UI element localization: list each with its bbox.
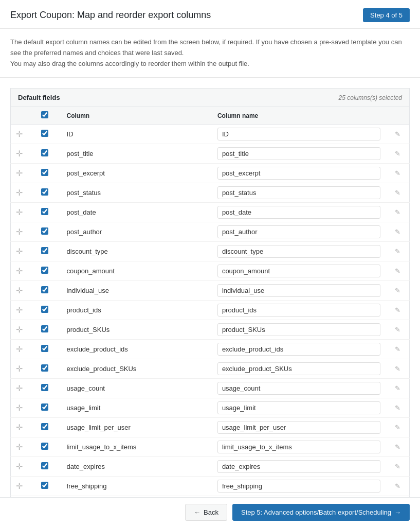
table-header-row: Column Column name bbox=[11, 107, 410, 125]
col-name-input[interactable] bbox=[217, 421, 380, 434]
next-button[interactable]: Step 5: Advanced options/Batch export/Sc… bbox=[232, 504, 410, 521]
row-checkbox[interactable] bbox=[41, 462, 48, 469]
drag-handle-icon[interactable]: ✛ bbox=[16, 325, 23, 334]
row-checkbox[interactable] bbox=[41, 364, 48, 372]
col-name-input[interactable] bbox=[217, 284, 380, 297]
col-name-input[interactable] bbox=[217, 225, 380, 238]
col-name-input[interactable] bbox=[217, 480, 380, 493]
col-name-input[interactable] bbox=[217, 265, 380, 277]
row-checkbox[interactable] bbox=[41, 227, 48, 235]
row-checkbox[interactable] bbox=[41, 325, 48, 332]
row-checkbox[interactable] bbox=[41, 403, 48, 411]
col-name-input[interactable] bbox=[217, 128, 380, 140]
drag-handle-icon[interactable]: ✛ bbox=[16, 286, 23, 295]
row-checkbox[interactable] bbox=[41, 482, 48, 489]
edit-icon[interactable]: ✎ bbox=[395, 169, 400, 177]
col-name-input[interactable] bbox=[217, 186, 380, 199]
drag-handle-icon[interactable]: ✛ bbox=[16, 364, 23, 373]
default-fields-header: Default fields 25 columns(s) selected bbox=[10, 88, 410, 107]
col-edit-cell: ✎ bbox=[386, 437, 409, 457]
col-name-input[interactable] bbox=[217, 343, 380, 356]
col-value-cell bbox=[212, 125, 386, 144]
drag-handle-icon[interactable]: ✛ bbox=[16, 267, 23, 275]
edit-icon[interactable]: ✎ bbox=[395, 150, 400, 157]
row-checkbox[interactable] bbox=[41, 384, 48, 391]
edit-icon[interactable]: ✎ bbox=[395, 404, 400, 412]
col-name-input[interactable] bbox=[217, 323, 380, 336]
table-row: ✛ product_SKUs ✎ bbox=[11, 320, 410, 340]
edit-icon[interactable]: ✎ bbox=[395, 208, 400, 216]
edit-icon[interactable]: ✎ bbox=[395, 248, 400, 255]
drag-handle-icon[interactable]: ✛ bbox=[16, 227, 23, 236]
drag-handle-icon[interactable]: ✛ bbox=[16, 443, 23, 451]
row-checkbox[interactable] bbox=[41, 345, 48, 352]
row-checkbox[interactable] bbox=[41, 130, 48, 137]
table-row: ✛ post_status ✎ bbox=[11, 183, 410, 203]
col-name-cell: post_title bbox=[62, 144, 212, 164]
col-edit-cell: ✎ bbox=[386, 144, 409, 164]
drag-handle-icon[interactable]: ✛ bbox=[16, 345, 23, 354]
col-value-cell bbox=[212, 418, 386, 437]
drag-handle-icon[interactable]: ✛ bbox=[16, 306, 23, 314]
col-name-cell: usage_count bbox=[62, 379, 212, 398]
col-name-input[interactable] bbox=[217, 441, 380, 453]
drag-handle-icon[interactable]: ✛ bbox=[16, 462, 23, 471]
edit-icon[interactable]: ✎ bbox=[395, 482, 400, 490]
col-name-input[interactable] bbox=[217, 167, 380, 180]
col-name-input[interactable] bbox=[217, 304, 380, 317]
edit-icon[interactable]: ✎ bbox=[395, 463, 400, 470]
checkbox-cell bbox=[36, 418, 62, 437]
drag-handle-icon[interactable]: ✛ bbox=[16, 188, 23, 197]
col-name-input[interactable] bbox=[217, 362, 380, 375]
drag-handle-icon[interactable]: ✛ bbox=[16, 247, 23, 256]
col-name-input[interactable] bbox=[217, 147, 380, 160]
col-name-input[interactable] bbox=[217, 382, 380, 395]
row-checkbox[interactable] bbox=[41, 149, 48, 156]
col-value-cell bbox=[212, 164, 386, 183]
drag-handle-icon[interactable]: ✛ bbox=[16, 130, 23, 138]
edit-icon[interactable]: ✎ bbox=[395, 384, 400, 392]
col-value-cell bbox=[212, 183, 386, 203]
col-name-input[interactable] bbox=[217, 206, 380, 219]
back-button[interactable]: ← Back bbox=[185, 504, 227, 521]
col-name-cell: post_status bbox=[62, 183, 212, 203]
col-name-input[interactable] bbox=[217, 245, 380, 258]
drag-handle-icon[interactable]: ✛ bbox=[16, 423, 23, 432]
row-checkbox[interactable] bbox=[41, 267, 48, 274]
row-checkbox[interactable] bbox=[41, 423, 48, 430]
col-name-input[interactable] bbox=[217, 401, 380, 414]
drag-handle-cell: ✛ bbox=[11, 144, 36, 164]
edit-icon[interactable]: ✎ bbox=[395, 189, 400, 197]
drag-handle-cell: ✛ bbox=[11, 477, 36, 496]
edit-icon[interactable]: ✎ bbox=[395, 287, 400, 294]
row-checkbox[interactable] bbox=[41, 188, 48, 196]
edit-icon[interactable]: ✎ bbox=[395, 326, 400, 333]
col-name-cell: coupon_amount bbox=[62, 261, 212, 281]
col-name-input[interactable] bbox=[217, 460, 380, 473]
row-checkbox[interactable] bbox=[41, 443, 48, 450]
checkbox-cell bbox=[36, 320, 62, 340]
checkbox-cell bbox=[36, 242, 62, 261]
drag-handle-icon[interactable]: ✛ bbox=[16, 482, 23, 490]
table-row: ✛ product_ids ✎ bbox=[11, 301, 410, 320]
drag-handle-icon[interactable]: ✛ bbox=[16, 208, 23, 217]
edit-icon[interactable]: ✎ bbox=[395, 267, 400, 275]
checkbox-cell bbox=[36, 144, 62, 164]
drag-handle-icon[interactable]: ✛ bbox=[16, 169, 23, 178]
edit-icon[interactable]: ✎ bbox=[395, 424, 400, 431]
row-checkbox[interactable] bbox=[41, 286, 48, 293]
edit-icon[interactable]: ✎ bbox=[395, 130, 400, 138]
drag-handle-icon[interactable]: ✛ bbox=[16, 149, 23, 158]
edit-icon[interactable]: ✎ bbox=[395, 306, 400, 314]
edit-icon[interactable]: ✎ bbox=[395, 345, 400, 353]
drag-handle-icon[interactable]: ✛ bbox=[16, 384, 23, 393]
row-checkbox[interactable] bbox=[41, 169, 48, 176]
edit-icon[interactable]: ✎ bbox=[395, 443, 400, 451]
row-checkbox[interactable] bbox=[41, 306, 48, 313]
edit-icon[interactable]: ✎ bbox=[395, 365, 400, 373]
row-checkbox[interactable] bbox=[41, 208, 48, 215]
select-all-checkbox[interactable] bbox=[41, 111, 48, 118]
drag-handle-icon[interactable]: ✛ bbox=[16, 403, 23, 412]
row-checkbox[interactable] bbox=[41, 247, 48, 254]
edit-icon[interactable]: ✎ bbox=[395, 228, 400, 236]
